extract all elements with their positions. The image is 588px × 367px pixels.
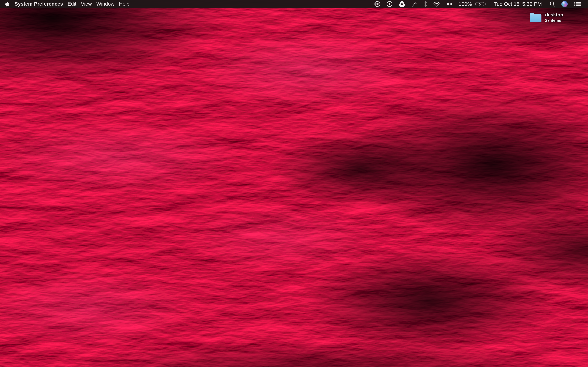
onepassword-keyhole-icon xyxy=(386,1,393,7)
clock-date: Tue Oct 18 xyxy=(494,1,519,7)
status-google-drive[interactable] xyxy=(399,1,405,7)
google-drive-icon xyxy=(399,1,405,7)
notification-center-icon xyxy=(574,1,581,7)
battery-charging-icon xyxy=(476,1,486,7)
status-onepassword[interactable] xyxy=(386,1,393,7)
bluetooth-icon xyxy=(424,1,427,7)
wifi-icon xyxy=(433,1,440,7)
status-wand[interactable] xyxy=(411,1,417,7)
menu-bar: System Preferences Edit View Window Help xyxy=(0,0,588,8)
status-battery[interactable] xyxy=(476,1,486,7)
menu-item-help[interactable]: Help xyxy=(119,0,130,8)
menu-item-window[interactable]: Window xyxy=(96,0,114,8)
spotlight-icon xyxy=(550,1,555,7)
volume-icon xyxy=(446,1,453,7)
desktop-folder[interactable]: desktop 27 items xyxy=(530,12,563,23)
status-notification-center[interactable] xyxy=(574,1,581,7)
siri-icon xyxy=(562,1,568,7)
battery-percentage: 100% xyxy=(458,1,472,7)
status-spotlight[interactable] xyxy=(550,1,555,7)
folder-name-label: desktop xyxy=(545,12,563,18)
menubar-clock[interactable]: Tue Oct 18 5:32 PM xyxy=(494,1,542,7)
apple-logo-icon xyxy=(5,1,9,7)
status-volume[interactable] xyxy=(446,1,453,7)
status-creative-cloud[interactable] xyxy=(374,1,380,7)
folder-item-count-label: 27 items xyxy=(545,18,563,23)
status-wifi[interactable] xyxy=(433,1,440,7)
menu-item-view[interactable]: View xyxy=(81,0,92,8)
wand-icon xyxy=(411,1,417,7)
status-bluetooth[interactable] xyxy=(424,1,427,7)
wallpaper-image xyxy=(0,0,588,367)
clock-time: 5:32 PM xyxy=(522,1,542,7)
app-menu-title[interactable]: System Preferences xyxy=(15,0,63,8)
folder-icon[interactable] xyxy=(530,14,541,22)
desktop-background[interactable] xyxy=(0,0,588,367)
status-siri[interactable] xyxy=(562,1,568,7)
creative-cloud-icon xyxy=(374,1,380,7)
apple-menu-button[interactable] xyxy=(5,1,9,7)
menu-item-edit[interactable]: Edit xyxy=(68,0,76,8)
